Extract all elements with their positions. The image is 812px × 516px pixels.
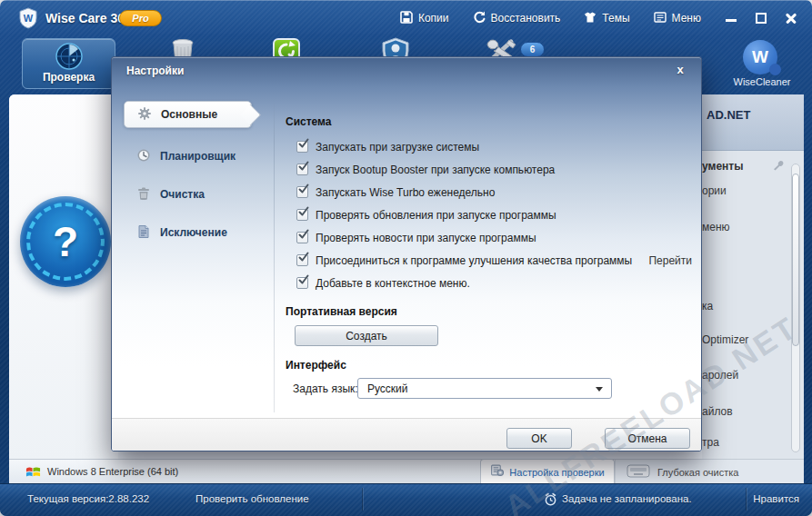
restore-icon xyxy=(473,11,486,26)
themes-icon xyxy=(584,11,596,26)
dialog-close-icon[interactable]: x xyxy=(672,63,688,77)
dropdown-arrow-icon xyxy=(596,387,603,392)
right-panel-item[interactable]: тра xyxy=(702,436,719,449)
divider xyxy=(274,94,275,412)
language-select[interactable]: Русский xyxy=(357,378,612,399)
checkbox-label: Проверять новости при запуске программы xyxy=(316,232,536,244)
deep-clean-label[interactable]: Глубокая очистка xyxy=(657,467,738,478)
app-window: W Wise Care 365 Pro Копии Восстановить Т… xyxy=(0,0,812,516)
checkbox-row: Присоединиться к программе улучшения кач… xyxy=(296,253,632,267)
checkbox-row: Проверять обновления при запуске програм… xyxy=(296,208,556,222)
check-settings-tab[interactable]: Настройка проверки xyxy=(480,459,615,484)
watermark-fragment-top: AD.NET xyxy=(707,108,750,122)
save-icon xyxy=(400,11,413,26)
check-settings-label: Настройка проверки xyxy=(509,467,604,478)
scrollbar-thumb[interactable] xyxy=(792,174,799,346)
checkbox-checked[interactable] xyxy=(296,186,308,198)
interface-section-heading: Интерфейс xyxy=(286,359,346,372)
windows-flag-icon xyxy=(25,465,41,482)
backup-label: Копии xyxy=(418,12,449,25)
dialog-footer: OK Отмена xyxy=(112,418,701,451)
deep-clean-zone: Глубокая очистка xyxy=(615,460,804,483)
wisecleaner-letter: W xyxy=(752,47,768,67)
checkbox-checked[interactable] xyxy=(296,254,308,266)
close-icon[interactable] xyxy=(785,12,797,25)
themes-menu-item[interactable]: Темы xyxy=(584,11,629,26)
os-label: Windows 8 Enterprise (64 bit) xyxy=(47,466,178,477)
checkbox-checked[interactable] xyxy=(296,232,308,243)
system-section-heading: Система xyxy=(286,115,332,128)
ok-button[interactable]: OK xyxy=(506,428,572,449)
bottom-bar: Текущая версия:2.88.232 Проверить обновл… xyxy=(0,483,812,516)
check-update-link[interactable]: Проверить обновление xyxy=(195,493,309,504)
window-controls xyxy=(725,1,797,35)
checkbox-label: Присоединиться к программе улучшения кач… xyxy=(316,254,632,267)
clock-icon xyxy=(136,148,151,165)
checkbox-label: Запуск Bootup Booster при запуске компью… xyxy=(316,164,555,176)
wisecleaner-label: WiseCleaner xyxy=(721,76,803,87)
minimize-icon[interactable] xyxy=(725,12,737,25)
checkbox-checked[interactable] xyxy=(296,141,308,153)
checkbox-row: Проверять новости при запуске программы xyxy=(296,231,536,244)
checkbox-checked[interactable] xyxy=(296,277,308,289)
right-panel-header-block: AD.NET xyxy=(702,94,804,151)
sidebar-item-label: Планировщик xyxy=(160,150,236,163)
sidebar-item-label: Основные xyxy=(161,108,217,121)
language-label: Задать язык: xyxy=(293,382,358,395)
sidebar-item-label: Очистка xyxy=(160,188,205,201)
radar-icon xyxy=(55,42,84,74)
right-panel-item[interactable]: аролей xyxy=(702,369,738,382)
sidebar-item-exclusion[interactable]: Исключение xyxy=(112,221,274,244)
svg-text:W: W xyxy=(24,13,34,24)
checkbox-checked[interactable] xyxy=(296,209,308,221)
right-panel-item[interactable]: ка xyxy=(702,300,713,313)
sidebar-item-general[interactable]: Основные xyxy=(124,101,252,128)
right-panel-item[interactable]: Optimizer xyxy=(702,333,748,346)
backup-menu-item[interactable]: Копии xyxy=(400,11,449,26)
menu-menu-item[interactable]: Меню xyxy=(654,11,701,26)
checkup-start-button[interactable]: ? xyxy=(20,196,111,287)
menu-icon xyxy=(654,11,667,26)
tab-check-label: Проверка xyxy=(23,71,115,84)
sidebar-item-label: Исключение xyxy=(160,226,227,239)
pro-badge: Pro xyxy=(119,10,162,26)
check-hero-panel: ? xyxy=(9,94,118,459)
go-link[interactable]: Перейти xyxy=(648,254,692,267)
sidebar-item-cleanup[interactable]: Очистка xyxy=(112,183,274,206)
question-icon: ? xyxy=(20,196,111,287)
language-value: Русский xyxy=(367,382,408,395)
themes-label: Темы xyxy=(602,12,629,25)
checkbox-row: Запускать при загрузке системы xyxy=(296,140,479,154)
background-right-panel: AD.NET ументы ории меню ка Optimizer аро… xyxy=(702,94,804,459)
checkbox-row: Запуск Bootup Booster при запуске компью… xyxy=(296,163,555,176)
restore-menu-item[interactable]: Восстановить xyxy=(473,11,561,26)
titlebar-menu: Копии Восстановить Темы Меню xyxy=(400,1,701,35)
version-label: Текущая версия:2.88.232 xyxy=(27,493,149,504)
checkbox-label: Запускать Wise Turbo еженедельно xyxy=(316,186,495,199)
deep-clean-icon xyxy=(627,463,650,483)
cancel-button[interactable]: Отмена xyxy=(605,428,690,449)
tab-check[interactable]: Проверка xyxy=(22,38,115,89)
checkbox-label: Проверять обновления при запуске програм… xyxy=(316,209,556,222)
divider xyxy=(362,488,363,511)
like-link[interactable]: Нравится xyxy=(753,493,799,504)
trash-icon xyxy=(136,186,151,203)
titlebar: W Wise Care 365 Pro Копии Восстановить Т… xyxy=(0,0,812,35)
checkbox-checked[interactable] xyxy=(296,164,308,175)
dialog-title: Настройки xyxy=(126,64,184,77)
settings-dialog: Настройки x Основные Планировщик Очистка xyxy=(111,56,702,452)
scrollbar-track[interactable] xyxy=(791,164,800,452)
maximize-icon[interactable] xyxy=(755,12,767,25)
right-panel-item[interactable]: ории xyxy=(702,184,727,197)
sidebar-item-scheduler[interactable]: Планировщик xyxy=(112,144,274,168)
right-panel-item[interactable]: меню xyxy=(702,221,730,233)
wisecleaner-logo-icon[interactable]: W xyxy=(743,40,777,74)
restore-label: Восстановить xyxy=(491,12,561,25)
create-portable-button[interactable]: Создать xyxy=(295,325,438,346)
check-settings-icon xyxy=(490,463,504,481)
task-status-label: Задача не запланирована. xyxy=(562,493,692,504)
wrench-icon xyxy=(772,158,784,174)
right-panel-item[interactable]: айлов xyxy=(702,405,733,418)
menu-label: Меню xyxy=(672,12,701,25)
wisecare-logo-icon: W xyxy=(18,7,38,29)
